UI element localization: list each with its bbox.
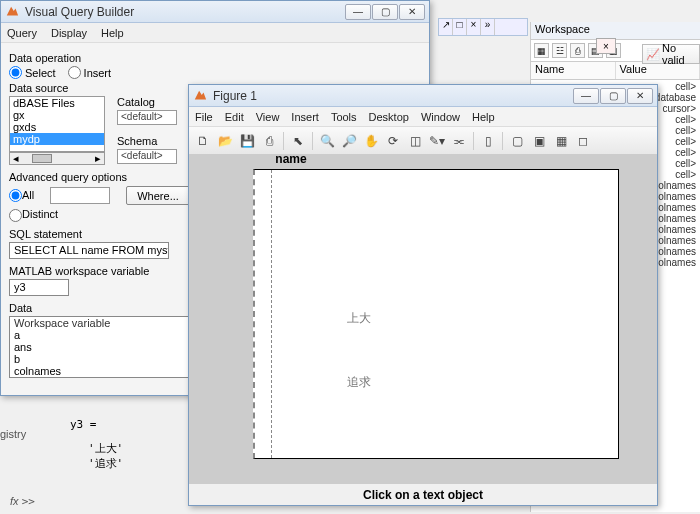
- radio-select[interactable]: Select: [9, 66, 56, 79]
- y3-val2: '追求': [70, 456, 190, 471]
- catalog-label: Catalog: [117, 96, 177, 108]
- matlab-icon: [5, 4, 21, 20]
- schema-label: Schema: [117, 135, 177, 147]
- maximize-button[interactable]: ▢: [600, 88, 626, 104]
- separator: [473, 132, 474, 150]
- data-source-list[interactable]: dBASE Filesgxgxdsmydp: [9, 96, 105, 152]
- close-button[interactable]: ✕: [627, 88, 653, 104]
- brush-icon[interactable]: ✎▾: [427, 131, 447, 151]
- dock-strip: ↗ □ × »: [438, 18, 528, 36]
- dock-btn-icon[interactable]: »: [481, 19, 495, 35]
- menu-window[interactable]: Window: [421, 111, 460, 123]
- axes[interactable]: 上大 追求: [253, 169, 619, 459]
- pointer-icon[interactable]: ⬉: [288, 131, 308, 151]
- dock-x-icon[interactable]: ×: [467, 19, 481, 35]
- print-icon[interactable]: ⎙: [570, 43, 585, 58]
- data-cursor-icon[interactable]: ◫: [405, 131, 425, 151]
- plot-icon: 📈: [646, 48, 660, 61]
- sql-input[interactable]: SELECT ALL name FROM myst: [9, 242, 169, 259]
- insert-colorbar-icon[interactable]: ▯: [478, 131, 498, 151]
- radio-select-input[interactable]: [9, 66, 22, 79]
- no-valid-plot-button[interactable]: 📈 No valid: [642, 44, 700, 64]
- fx-prompt[interactable]: fx >>: [10, 495, 35, 508]
- separator: [283, 132, 284, 150]
- list-item[interactable]: gxds: [10, 121, 104, 133]
- scroll-left-icon[interactable]: ◂: [10, 152, 22, 165]
- where-button[interactable]: Where...: [126, 186, 190, 205]
- menu-help[interactable]: Help: [101, 27, 124, 39]
- list-item[interactable]: gx: [10, 109, 104, 121]
- menu-query[interactable]: Query: [7, 27, 37, 39]
- zoom-in-icon[interactable]: 🔍: [317, 131, 337, 151]
- open-icon[interactable]: 📂: [215, 131, 235, 151]
- figure-menubar: File Edit View Insert Tools Desktop Wind…: [189, 107, 657, 127]
- figure-canvas[interactable]: name 上大 追求: [189, 155, 657, 483]
- rotate-icon[interactable]: ⟳: [383, 131, 403, 151]
- wsvar-col: Workspace variable: [14, 317, 213, 329]
- open-var-icon[interactable]: ☳: [552, 43, 567, 58]
- menu-help[interactable]: Help: [472, 111, 495, 123]
- figure-title: Figure 1: [213, 89, 573, 103]
- radio-all[interactable]: All: [9, 189, 34, 203]
- dock-sq-icon[interactable]: □: [453, 19, 467, 35]
- y3-val1: '上大': [70, 441, 190, 456]
- new-figure-icon[interactable]: 🗋: [193, 131, 213, 151]
- pan-icon[interactable]: ✋: [361, 131, 381, 151]
- col-name[interactable]: Name: [531, 62, 616, 79]
- figure-toolbar: 🗋 📂 💾 ⎙ ⬉ 🔍 🔎 ✋ ⟳ ◫ ✎▾ ⫘ ▯ ▢ ▣ ▦ ◻: [189, 127, 657, 155]
- matlab-icon: [193, 88, 209, 104]
- cell-text-2[interactable]: 追求: [347, 374, 371, 391]
- minimize-button[interactable]: —: [345, 4, 371, 20]
- menu-edit[interactable]: Edit: [225, 111, 244, 123]
- print-icon[interactable]: ⎙: [259, 131, 279, 151]
- cmd-output: y3 = '上大' '追求': [70, 404, 190, 471]
- data-op-label: Data operation: [9, 52, 421, 64]
- catalog-value[interactable]: <default>: [117, 110, 177, 125]
- figure-status: Click on a text object: [189, 483, 657, 505]
- scroll-right-icon[interactable]: ▸: [92, 152, 104, 165]
- list-item[interactable]: mydp: [10, 133, 104, 145]
- column-header-name: name: [261, 152, 321, 166]
- menu-display[interactable]: Display: [51, 27, 87, 39]
- registry-text-fragment: gistry: [0, 428, 26, 440]
- radio-insert-input[interactable]: [68, 66, 81, 79]
- radio-distinct[interactable]: Distinct: [9, 208, 58, 222]
- schema-value[interactable]: <default>: [117, 149, 177, 164]
- scroll-thumb[interactable]: [32, 154, 52, 163]
- close-button[interactable]: ✕: [399, 4, 425, 20]
- radio-distinct-input[interactable]: [9, 209, 22, 222]
- menu-file[interactable]: File: [195, 111, 213, 123]
- list-item[interactable]: dBASE Files: [10, 97, 104, 109]
- vqb-menubar: Query Display Help: [1, 23, 429, 43]
- menu-view[interactable]: View: [256, 111, 280, 123]
- menu-desktop[interactable]: Desktop: [369, 111, 409, 123]
- link-icon[interactable]: ⫘: [449, 131, 469, 151]
- vqb-title: Visual Query Builder: [25, 5, 345, 19]
- minimize-button[interactable]: —: [573, 88, 599, 104]
- radio-all-input[interactable]: [9, 189, 22, 202]
- new-var-icon[interactable]: ▦: [534, 43, 549, 58]
- insert-legend-icon[interactable]: ▢: [507, 131, 527, 151]
- radio-insert[interactable]: Insert: [68, 66, 112, 79]
- cell-text-1[interactable]: 上大: [347, 310, 371, 327]
- menu-tools[interactable]: Tools: [331, 111, 357, 123]
- panel-close-button[interactable]: ×: [596, 38, 616, 54]
- menu-insert[interactable]: Insert: [291, 111, 319, 123]
- separator: [502, 132, 503, 150]
- separator: [312, 132, 313, 150]
- hide-plot-tools-icon[interactable]: ▣: [529, 131, 549, 151]
- y3-label: y3 =: [70, 418, 190, 431]
- dock-arrow-icon[interactable]: ↗: [439, 19, 453, 35]
- save-icon[interactable]: 💾: [237, 131, 257, 151]
- dock-icon[interactable]: ◻: [573, 131, 593, 151]
- where-input[interactable]: [50, 187, 110, 204]
- axes-divider: [271, 170, 272, 458]
- figure-window: Figure 1 — ▢ ✕ File Edit View Insert Too…: [188, 84, 658, 506]
- maximize-button[interactable]: ▢: [372, 4, 398, 20]
- horizontal-scrollbar[interactable]: ◂ ▸: [9, 152, 105, 165]
- mw-input[interactable]: y3: [9, 279, 69, 296]
- show-plot-tools-icon[interactable]: ▦: [551, 131, 571, 151]
- zoom-out-icon[interactable]: 🔎: [339, 131, 359, 151]
